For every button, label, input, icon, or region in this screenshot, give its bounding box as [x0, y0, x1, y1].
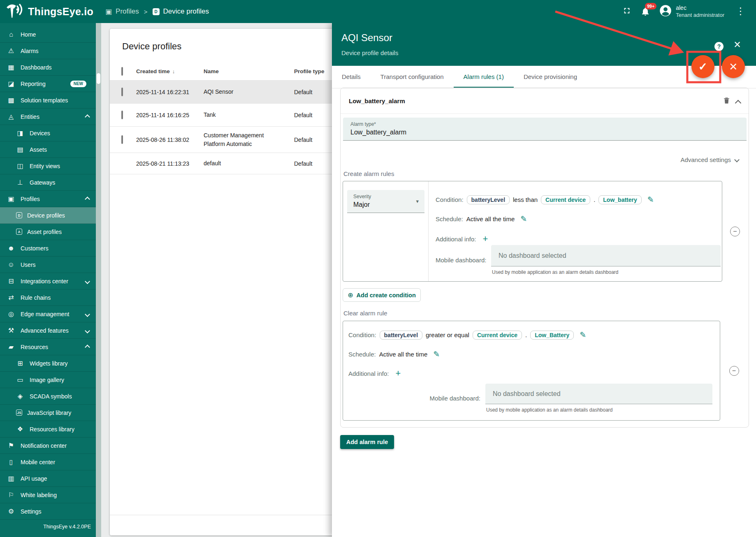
users-icon: ☺ — [7, 261, 15, 268]
sidebar-item-device-profiles[interactable]: DDevice profiles — [0, 207, 96, 224]
sidebar-item-integrations-center[interactable]: ⊟Integrations center — [0, 273, 96, 289]
fullscreen-icon[interactable] — [622, 6, 631, 17]
condition-source-chip[interactable]: Current device — [473, 331, 522, 340]
sidebar-item-api-usage[interactable]: ▥API usage — [0, 470, 96, 487]
user-name: alec — [676, 4, 724, 12]
tab-device-provisioning[interactable]: Device provisioning — [514, 66, 587, 88]
sidebar-item-scada-symbols[interactable]: ◈SCADA symbols — [0, 388, 96, 405]
mobile-dashboard-row: Mobile dashboard: No dashboard selected … — [348, 384, 720, 413]
sidebar-item-devices[interactable]: ◨Devices — [0, 125, 96, 141]
apply-changes-button[interactable]: ✓ — [691, 55, 714, 78]
assets-icon: ▤ — [16, 146, 24, 153]
close-icon[interactable]: × — [734, 38, 741, 51]
sidebar-item-assets[interactable]: ▤Assets — [0, 141, 96, 158]
remove-create-rule-button[interactable]: − — [730, 227, 740, 236]
sidebar-item-resources[interactable]: ▰Resources — [0, 339, 96, 355]
row-checkbox[interactable] — [121, 111, 123, 119]
breadcrumb: ▣ Profiles > D Device profiles — [99, 7, 209, 16]
additional-info-row: Additional info: + — [348, 368, 720, 379]
clear-alarm-rule-label: Clear alarm rule — [343, 310, 387, 317]
dashboard-select-input[interactable]: No dashboard selected — [491, 245, 721, 266]
sidebar-item-asset-profiles[interactable]: AAsset profiles — [0, 224, 96, 240]
sidebar-item-customers[interactable]: ☻Customers — [0, 240, 96, 257]
condition-key-chip[interactable]: batteryLevel — [467, 195, 510, 204]
condition-value-chip[interactable]: Low_battery — [598, 195, 641, 204]
condition-source-chip[interactable]: Current device — [541, 195, 590, 204]
sidebar-item-advanced-features[interactable]: ⚒Advanced features — [0, 322, 96, 339]
row-checkbox[interactable] — [121, 135, 123, 144]
alarm-type-value: Low_battery_alarm — [350, 129, 406, 136]
chevron-down-icon — [734, 157, 740, 162]
kebab-menu-icon[interactable]: ⋮ — [733, 7, 748, 16]
row-checkbox[interactable] — [121, 88, 123, 96]
sidebar-item-notification-center[interactable]: ⚑Notification center — [0, 437, 96, 454]
user-menu[interactable]: alec Tenant administrator — [659, 4, 724, 19]
collapse-alarm-icon[interactable] — [736, 100, 740, 107]
discard-changes-button[interactable]: × — [722, 55, 745, 78]
tab-alarm-rules[interactable]: Alarm rules (1) — [454, 66, 514, 88]
sidebar-item-reporting[interactable]: ◪ReportingNEW — [0, 76, 96, 92]
alarm-type-field[interactable]: Alarm type* Low_battery_alarm — [343, 118, 747, 141]
integrations-icon: ⊟ — [7, 277, 15, 285]
clear-rule-card: Condition: batteryLevel greater or equal… — [343, 321, 720, 421]
sidebar-scrollbar[interactable] — [96, 23, 101, 537]
dashboard-select-input[interactable]: No dashboard selected — [485, 384, 712, 404]
remove-clear-rule-button[interactable]: − — [729, 366, 739, 376]
alarm-type-label: Alarm type* — [350, 121, 376, 127]
rule-details-column: Condition: batteryLevel less than Curren… — [429, 181, 722, 281]
edit-condition-icon[interactable]: ✎ — [647, 195, 654, 204]
notifications-bell-icon[interactable]: 99+ — [640, 7, 650, 16]
edit-schedule-icon[interactable]: ✎ — [520, 214, 527, 224]
drawer-title: AQI Sensor — [341, 32, 392, 44]
column-created-time[interactable]: Created time↓ — [136, 68, 204, 74]
sidebar-item-entity-views[interactable]: ◫Entity views — [0, 158, 96, 174]
condition-value-chip[interactable]: Low_Battery — [530, 331, 574, 340]
select-all-checkbox[interactable] — [121, 67, 123, 76]
add-info-icon[interactable]: + — [395, 368, 401, 379]
sidebar-item-image-gallery[interactable]: ▭Image gallery — [0, 372, 96, 388]
breadcrumb-device-profiles[interactable]: D Device profiles — [153, 7, 209, 16]
chevron-up-icon — [86, 196, 92, 202]
api-usage-icon: ▥ — [7, 475, 15, 482]
profiles-icon: ▣ — [105, 7, 112, 16]
sidebar-item-users[interactable]: ☺Users — [0, 257, 96, 273]
sidebar-item-edge-management[interactable]: ◎Edge management — [0, 306, 96, 322]
sidebar-item-alarms[interactable]: ⚠Alarms — [0, 43, 96, 59]
scrollbar-thumb[interactable] — [97, 73, 100, 84]
sidebar-item-dashboards[interactable]: ▦Dashboards — [0, 59, 96, 76]
edit-schedule-icon[interactable]: ✎ — [433, 350, 440, 359]
resources-library-icon: ❖ — [16, 425, 24, 433]
app-logo[interactable]: ThingsEye.io — [0, 2, 99, 21]
sidebar-item-javascript-library[interactable]: JSJavaScript library — [0, 405, 96, 421]
schedule-row: Schedule: Active all the time ✎ — [436, 214, 722, 224]
device-profile-icon: D — [153, 8, 160, 15]
sidebar-item-entities[interactable]: ◬Entities — [0, 109, 96, 125]
breadcrumb-profiles-link[interactable]: ▣ Profiles — [105, 7, 139, 16]
sidebar-item-mobile-center[interactable]: ▯Mobile center — [0, 454, 96, 470]
sidebar-item-white-labeling[interactable]: ⚐White labeling — [0, 487, 96, 503]
add-create-condition-button[interactable]: ⊕ Add create condition — [343, 288, 421, 302]
tab-details[interactable]: Details — [332, 66, 371, 88]
edit-condition-icon[interactable]: ✎ — [580, 330, 586, 340]
condition-key-chip[interactable]: batteryLevel — [380, 331, 422, 340]
entities-icon: ◬ — [7, 113, 15, 120]
sidebar-item-solution-templates[interactable]: ▩Solution templates — [0, 92, 96, 109]
sidebar-item-profiles[interactable]: ▣Profiles — [0, 191, 96, 207]
breadcrumb-separator: > — [144, 8, 148, 15]
advanced-settings-toggle[interactable]: Advanced settings — [680, 156, 739, 163]
sidebar-item-resources-library[interactable]: ❖Resources library — [0, 421, 96, 437]
sidebar-item-settings[interactable]: ⚙Settings — [0, 503, 96, 520]
sidebar-item-rule-chains[interactable]: ⇄Rule chains — [0, 289, 96, 306]
help-icon[interactable]: ? — [714, 42, 724, 51]
widgets-library-icon: ⊞ — [16, 359, 24, 367]
sidebar-item-home[interactable]: ⌂Home — [0, 26, 96, 43]
delete-alarm-icon[interactable] — [723, 96, 730, 106]
tab-transport-configuration[interactable]: Transport configuration — [371, 66, 454, 88]
sidebar-item-gateways[interactable]: ⊥Gateways — [0, 174, 96, 191]
severity-select[interactable]: Severity Major ▾ — [347, 190, 424, 213]
sidebar-item-widgets-library[interactable]: ⊞Widgets library — [0, 355, 96, 372]
add-info-icon[interactable]: + — [482, 234, 488, 244]
add-alarm-rule-button[interactable]: Add alarm rule — [340, 435, 394, 449]
create-rule-row: Severity Major ▾ Condition: batteryLevel… — [343, 181, 748, 282]
column-name[interactable]: Name — [204, 67, 294, 76]
